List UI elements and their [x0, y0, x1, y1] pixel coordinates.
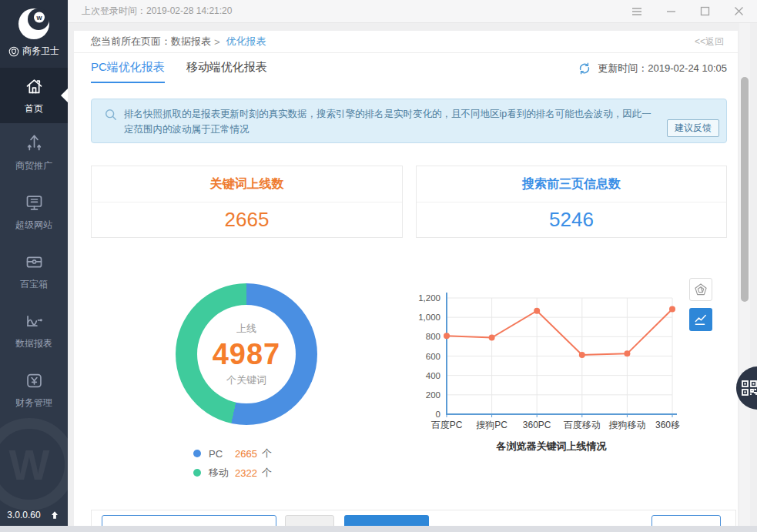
- home-icon: [24, 76, 45, 97]
- svg-text:w: w: [35, 14, 42, 22]
- maximize-icon[interactable]: [698, 5, 711, 18]
- vertical-scrollbar-track: [739, 23, 750, 526]
- legend-name: 移动: [209, 466, 235, 480]
- logo-block: w 商务卫士: [0, 0, 68, 68]
- breadcrumb: 您当前所在页面：数据报表 > 优化报表 <<返回: [74, 31, 738, 53]
- shield-badge-icon: [8, 46, 19, 57]
- legend-value: 2665: [235, 448, 257, 460]
- stat-card-value: 5246: [417, 202, 726, 237]
- sidebar-item-finance[interactable]: 财务管理: [0, 360, 68, 420]
- finance-yuan-icon: [24, 370, 45, 391]
- report-chart-icon: [24, 311, 45, 332]
- sidebar-item-label: 财务管理: [15, 396, 52, 410]
- legend-name: PC: [209, 448, 235, 460]
- svg-text:0: 0: [436, 410, 440, 419]
- sidebar-item-label: 商贸推广: [15, 159, 52, 172]
- stat-card-title: 关键词上线数: [92, 166, 402, 202]
- legend-item-mobile[interactable]: 移动 2322 个: [193, 466, 272, 480]
- outline-action-button[interactable]: [651, 515, 721, 526]
- toolbox-icon: [24, 252, 45, 273]
- bottom-section-card: [91, 510, 736, 526]
- update-time-label: 更新时间：2019-02-24 10:05: [598, 62, 727, 75]
- stat-card-keywords-online: 关键词上线数 2665: [91, 166, 403, 238]
- brand-name-row: 商务卫士: [8, 45, 59, 58]
- notice-banner: 排名快照抓取的是报表更新时刻的真实数据，搜索引擎的排名是实时变化的，且不同地区i…: [91, 99, 727, 143]
- version-label: 3.0.0.60: [7, 510, 40, 520]
- reset-button[interactable]: [285, 515, 334, 526]
- svg-text:800: 800: [426, 332, 440, 341]
- svg-text:600: 600: [426, 352, 440, 361]
- promotion-arrows-icon: [24, 133, 45, 154]
- refresh-icon[interactable]: [578, 62, 591, 75]
- donut-legend: PC 2665 个 移动 2322 个: [193, 447, 272, 480]
- brand-logo-icon: w: [16, 6, 52, 42]
- last-login-label: 上次登录时间：2019-02-28 14:21:20: [82, 5, 232, 18]
- sidebar-item-reports[interactable]: 数据报表: [0, 301, 68, 360]
- qr-code-icon: [740, 379, 757, 397]
- menu-icon[interactable]: [631, 5, 643, 18]
- search-button[interactable]: [344, 515, 429, 526]
- legend-item-pc[interactable]: PC 2665 个: [193, 447, 272, 460]
- legend-dot-pc: [193, 450, 201, 457]
- feedback-button[interactable]: 建议反馈: [667, 119, 719, 137]
- line-chart-toggle-icon: [693, 312, 708, 327]
- close-icon[interactable]: [732, 5, 745, 18]
- sidebar-item-home[interactable]: 首页: [0, 68, 68, 123]
- sidebar-item-label: 数据报表: [15, 337, 52, 350]
- breadcrumb-separator: >: [214, 36, 220, 48]
- legend-unit: 个: [262, 447, 272, 460]
- donut-center: 上线 4987 个关键词: [197, 305, 296, 403]
- svg-text:400: 400: [426, 371, 440, 380]
- window-controls: [631, 5, 745, 18]
- breadcrumb-section: 数据报表: [171, 35, 211, 49]
- legend-unit: 个: [262, 466, 272, 480]
- stat-card-top3-info: 搜索前三页信息数 5246: [416, 166, 727, 238]
- save-image-icon: [693, 282, 708, 297]
- brand-watermark: W: [0, 418, 68, 510]
- tab-pc-report[interactable]: PC端优化报表: [91, 60, 165, 83]
- legend-value: 2322: [235, 467, 257, 479]
- donut-label-bottom: 个关键词: [226, 373, 266, 387]
- brand-name: 商务卫士: [22, 45, 59, 58]
- svg-text:1,000: 1,000: [418, 313, 440, 322]
- minimize-icon[interactable]: [665, 5, 677, 18]
- search-icon: [104, 108, 124, 136]
- back-link[interactable]: <<返回: [695, 35, 724, 49]
- svg-text:搜狗移动: 搜狗移动: [608, 420, 645, 430]
- sidebar: w 商务卫士 首页: [0, 0, 68, 526]
- titlebar: 上次登录时间：2019-02-28 14:21:20: [68, 0, 757, 23]
- vertical-scrollbar-thumb[interactable]: [741, 77, 749, 302]
- svg-text:200: 200: [426, 390, 440, 400]
- tab-mobile-report[interactable]: 移动端优化报表: [186, 60, 267, 82]
- sidebar-item-promotion[interactable]: 商贸推广: [0, 123, 68, 182]
- horizontal-scrollbar[interactable]: [0, 526, 757, 532]
- sidebar-item-toolbox[interactable]: 百宝箱: [0, 242, 68, 301]
- main-area: 您当前所在页面：数据报表 > 优化报表 <<返回 PC端优化报表 移动端优化报表…: [68, 23, 757, 526]
- keyword-search-input[interactable]: [102, 515, 276, 526]
- svg-text:360PC: 360PC: [523, 420, 551, 430]
- update-time-row: 更新时间：2019-02-24 10:05: [578, 62, 727, 75]
- donut-total-value: 4987: [213, 338, 281, 371]
- sidebar-nav: 首页 商贸推广 超级网站 百宝箱: [0, 68, 68, 420]
- sidebar-item-label: 首页: [25, 102, 43, 115]
- active-item-notch: [61, 89, 68, 102]
- stat-card-value: 2665: [92, 202, 402, 237]
- content-panel: 您当前所在页面：数据报表 > 优化报表 <<返回 PC端优化报表 移动端优化报表…: [74, 31, 738, 526]
- stat-card-title: 搜索前三页信息数: [417, 166, 726, 202]
- svg-text:1,200: 1,200: [418, 293, 440, 303]
- save-image-button[interactable]: [689, 278, 712, 301]
- version-row: 3.0.0.60: [0, 509, 68, 521]
- svg-text:搜狗PC: 搜狗PC: [476, 420, 507, 430]
- upgrade-arrow-icon[interactable]: [49, 509, 61, 521]
- line-chart-mode-button[interactable]: [689, 308, 712, 331]
- svg-text:百度移动: 百度移动: [564, 420, 601, 430]
- donut-label-top: 上线: [236, 322, 256, 336]
- svg-text:360移动: 360移动: [655, 420, 680, 430]
- svg-text:百度PC: 百度PC: [431, 420, 463, 430]
- line-chart: 02004006008001,0001,200百度PC搜狗PC360PC百度移动…: [407, 289, 680, 431]
- sidebar-item-website[interactable]: 超级网站: [0, 182, 68, 242]
- legend-dot-mobile: [193, 469, 201, 477]
- monitor-icon: [24, 192, 45, 213]
- sidebar-item-label: 超级网站: [15, 219, 52, 232]
- line-chart-title: 各浏览器关键词上线情况: [436, 440, 667, 453]
